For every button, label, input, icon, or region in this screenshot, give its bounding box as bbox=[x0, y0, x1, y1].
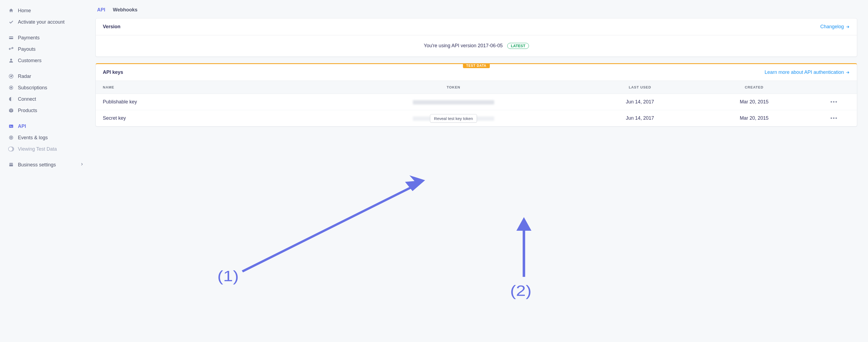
cycle-icon bbox=[8, 85, 14, 91]
token-cell-publishable[interactable] bbox=[324, 94, 583, 110]
home-icon bbox=[8, 8, 14, 13]
sidebar-item-label: Radar bbox=[18, 74, 31, 79]
col-name: NAME bbox=[96, 81, 324, 94]
toggle-icon bbox=[8, 146, 14, 152]
token-cell-secret[interactable]: Reveal test key token bbox=[324, 110, 583, 126]
learn-auth-link[interactable]: Learn more about API authentication bbox=[765, 69, 850, 75]
latest-badge: LATEST bbox=[507, 43, 529, 49]
sidebar-item-api[interactable]: API bbox=[0, 120, 92, 132]
sidebar-item-test-data-toggle[interactable]: Viewing Test Data bbox=[0, 143, 92, 155]
svg-rect-1 bbox=[9, 37, 13, 38]
sidebar-item-activate[interactable]: Activate your account bbox=[0, 16, 92, 28]
sidebar-item-label: Payments bbox=[18, 35, 40, 41]
arrow-right-icon bbox=[845, 25, 850, 29]
svg-line-12 bbox=[243, 187, 411, 272]
wallet-icon bbox=[8, 35, 14, 41]
sidebar-item-radar[interactable]: Radar bbox=[0, 70, 92, 82]
last-used: Jun 14, 2017 bbox=[583, 110, 697, 126]
sidebar-item-label: Payouts bbox=[18, 47, 35, 52]
main-content: API Webhooks Version Changelog You're us… bbox=[92, 0, 868, 342]
target-icon bbox=[8, 135, 14, 141]
sidebar-item-label: API bbox=[18, 123, 26, 129]
svg-marker-13 bbox=[409, 175, 425, 187]
tab-webhooks[interactable]: Webhooks bbox=[113, 7, 137, 13]
test-data-flag: TEST DATA bbox=[463, 63, 490, 68]
row-more-icon[interactable]: ••• bbox=[830, 99, 838, 105]
svg-rect-8 bbox=[9, 124, 13, 128]
blurred-token bbox=[413, 100, 494, 105]
version-card-title: Version bbox=[103, 24, 120, 30]
api-keys-card: TEST DATA API keys Learn more about API … bbox=[95, 63, 857, 126]
tab-bar: API Webhooks bbox=[95, 3, 857, 18]
check-icon bbox=[8, 19, 14, 25]
sidebar-item-events-logs[interactable]: Events & logs bbox=[0, 132, 92, 143]
col-created: CREATED bbox=[697, 81, 811, 94]
api-keys-table: NAME TOKEN LAST USED CREATED Publishable… bbox=[96, 81, 857, 126]
col-last-used: LAST USED bbox=[583, 81, 697, 94]
sidebar-item-connect[interactable]: Connect bbox=[0, 93, 92, 105]
version-body-prefix: You're using API version bbox=[424, 43, 478, 48]
reveal-token-button[interactable]: Reveal test key token bbox=[430, 114, 477, 122]
svg-point-2 bbox=[10, 59, 12, 60]
sidebar-item-products[interactable]: Products bbox=[0, 105, 92, 116]
version-card: Version Changelog You're using API versi… bbox=[95, 18, 857, 57]
api-version-value: 2017-06-05 bbox=[478, 43, 503, 48]
sidebar-item-label: Products bbox=[18, 108, 37, 113]
svg-point-4 bbox=[10, 76, 12, 77]
changelog-link[interactable]: Changelog bbox=[820, 24, 850, 30]
key-name: Secret key bbox=[96, 110, 324, 126]
svg-marker-16 bbox=[517, 217, 531, 231]
svg-marker-14 bbox=[405, 180, 425, 191]
created: Mar 20, 2015 bbox=[697, 94, 811, 110]
terminal-icon bbox=[8, 123, 14, 129]
chevron-right-icon bbox=[80, 162, 84, 168]
sidebar-item-label: Home bbox=[18, 8, 31, 13]
sidebar-item-business-settings[interactable]: Business settings bbox=[0, 159, 92, 170]
created: Mar 20, 2015 bbox=[697, 110, 811, 126]
col-token: TOKEN bbox=[324, 81, 583, 94]
connect-icon bbox=[8, 96, 14, 102]
sidebar-item-label: Connect bbox=[18, 96, 36, 102]
user-icon bbox=[8, 58, 14, 63]
sidebar-item-payments[interactable]: Payments bbox=[0, 32, 92, 44]
sidebar-item-label: Activate your account bbox=[18, 19, 65, 25]
table-row: Secret key Reveal test key token Jun 14,… bbox=[96, 110, 857, 126]
changelog-label: Changelog bbox=[820, 24, 844, 30]
last-used: Jun 14, 2017 bbox=[583, 94, 697, 110]
transfer-icon bbox=[8, 46, 14, 52]
sidebar-item-payouts[interactable]: Payouts bbox=[0, 44, 92, 55]
annotation-1: (1) bbox=[217, 267, 239, 284]
sidebar-item-label: Subscriptions bbox=[18, 85, 47, 91]
sidebar: Home Activate your account Payments Payo… bbox=[0, 0, 92, 342]
sidebar-item-home[interactable]: Home bbox=[0, 5, 92, 16]
sidebar-item-label: Events & logs bbox=[18, 135, 48, 141]
key-name: Publishable key bbox=[96, 94, 324, 110]
svg-point-6 bbox=[10, 87, 12, 88]
api-keys-title: API keys bbox=[103, 69, 123, 75]
sidebar-item-subscriptions[interactable]: Subscriptions bbox=[0, 82, 92, 93]
sidebar-item-label: Business settings bbox=[18, 162, 56, 168]
sidebar-item-label: Customers bbox=[18, 58, 41, 63]
svg-point-11 bbox=[11, 137, 11, 138]
arrow-right-icon bbox=[845, 70, 850, 75]
tab-api[interactable]: API bbox=[97, 7, 105, 13]
annotation-2: (2) bbox=[510, 282, 532, 299]
row-more-icon[interactable]: ••• bbox=[830, 115, 838, 121]
table-row: Publishable key Jun 14, 2017 Mar 20, 201… bbox=[96, 94, 857, 110]
store-icon bbox=[8, 162, 14, 168]
learn-auth-label: Learn more about API authentication bbox=[765, 69, 844, 75]
radar-icon bbox=[8, 73, 14, 79]
sidebar-item-label: Viewing Test Data bbox=[18, 146, 57, 152]
sidebar-item-customers[interactable]: Customers bbox=[0, 55, 92, 66]
box-icon bbox=[8, 108, 14, 113]
